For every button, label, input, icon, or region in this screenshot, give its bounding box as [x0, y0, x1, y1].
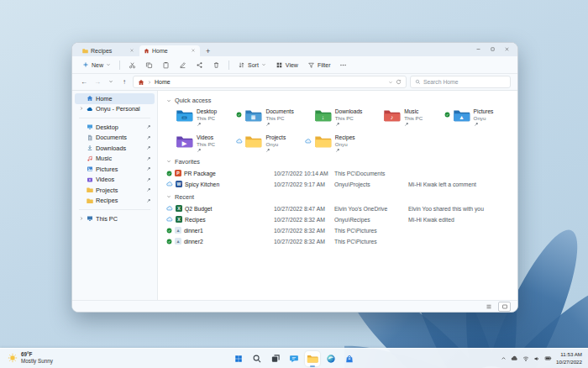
sidebar-item-home[interactable]: Home: [75, 93, 155, 104]
quick-access-tile-music[interactable]: ♪ Music This PC: [372, 107, 441, 129]
sidebar-item-onyu-personal[interactable]: Onyu - Personal: [75, 104, 155, 115]
navigation-pane: Home Onyu - Personal Desktop Documents D…: [72, 91, 158, 300]
file-activity: Mi-Hi Kwak left a comment: [408, 181, 509, 187]
paste-button[interactable]: [159, 60, 173, 71]
minimize-button[interactable]: [471, 44, 486, 55]
share-button[interactable]: [192, 60, 207, 71]
weather-widget[interactable]: 69°F Mostly Sunny: [8, 351, 53, 365]
taskbar-start-button[interactable]: [231, 351, 246, 366]
file-row-spicy-kitchen[interactable]: W Spicy Kitchen 10/27/2022 9:17 AM Onyu\…: [165, 179, 511, 190]
copy-button[interactable]: [142, 60, 156, 71]
file-row-pr-package[interactable]: P PR Package 10/27/2022 10:14 AM This PC…: [165, 168, 511, 179]
pin-icon: [265, 148, 270, 153]
forward-button[interactable]: →: [92, 78, 102, 86]
tile-location: Onyu: [335, 141, 355, 148]
file-row-recipes[interactable]: X Recipes 10/27/2022 8:32 AM Onyu\Recipe…: [165, 214, 511, 225]
thumbnail-view-button[interactable]: [498, 302, 511, 312]
file-date: 10/27/2022 8:47 AM: [274, 206, 334, 212]
desktop: Recipes Home + New: [0, 0, 588, 368]
file-location: This PC\Pictures: [334, 239, 408, 244]
file-row-q2-budget[interactable]: X Q2 Budget 10/27/2022 8:47 AM Elvin Yoo…: [165, 203, 511, 214]
quick-access-tile-desktop[interactable]: ▭ Desktop This PC: [165, 107, 234, 129]
recent-locations-button[interactable]: [106, 78, 116, 86]
quick-access-tile-documents[interactable]: ≣ Documents This PC: [234, 107, 302, 129]
new-tab-button[interactable]: +: [201, 47, 215, 56]
sidebar-item-recipes[interactable]: Recipes: [75, 196, 155, 207]
svg-text:≣: ≣: [251, 114, 256, 120]
wifi-icon[interactable]: [522, 355, 529, 362]
sort-button[interactable]: Sort: [234, 60, 270, 71]
tab-close-icon[interactable]: [191, 48, 196, 54]
taskbar-chat-button[interactable]: [286, 351, 302, 366]
taskbar-store-button[interactable]: [342, 351, 357, 366]
image-file-icon: ▲: [175, 227, 181, 234]
tab-close-icon[interactable]: [129, 48, 134, 54]
battery-icon[interactable]: [544, 355, 552, 362]
sidebar-item-desktop[interactable]: Desktop: [75, 122, 155, 133]
filter-button[interactable]: Filter: [304, 60, 334, 71]
quick-access-header[interactable]: Quick access: [166, 97, 511, 104]
new-button[interactable]: New: [79, 60, 114, 70]
address-bar[interactable]: Home: [133, 76, 407, 88]
tab-strip: Recipes Home +: [72, 43, 517, 56]
tab-label: Recipes: [91, 48, 127, 54]
onedrive-tray-icon[interactable]: [511, 355, 518, 362]
maximize-button[interactable]: [486, 44, 500, 55]
sidebar-item-downloads[interactable]: Downloads: [75, 143, 155, 154]
file-row-dinner1[interactable]: ▲ dinner1 10/27/2022 8:32 AM This PC\Pic…: [165, 225, 511, 236]
view-button[interactable]: View: [272, 60, 302, 71]
excel-file-icon: X: [176, 216, 182, 223]
search-input[interactable]: Search Home: [410, 76, 511, 88]
pin-icon: [146, 187, 151, 192]
rename-button[interactable]: [176, 60, 190, 71]
tile-name: Pictures: [474, 108, 494, 115]
sidebar-item-label: Pictures: [96, 166, 144, 173]
back-button[interactable]: ←: [79, 78, 89, 86]
refresh-icon[interactable]: [396, 79, 402, 85]
tab-recipes[interactable]: Recipes: [78, 45, 139, 56]
home-icon: [87, 95, 93, 102]
svg-text:♪: ♪: [391, 114, 394, 120]
downloads-folder-icon: ↓: [314, 108, 332, 123]
quick-access-tile-projects[interactable]: Projects Onyu: [234, 133, 302, 155]
pin-icon: [265, 122, 270, 127]
sidebar-item-this-pc[interactable]: This PC: [75, 213, 155, 224]
file-activity: Mi-Hi Kwak edited: [408, 217, 509, 223]
sidebar-item-videos[interactable]: Videos: [75, 175, 155, 186]
up-button[interactable]: ↑: [119, 78, 129, 86]
close-button[interactable]: [500, 44, 514, 55]
clock-date: 10/27/2022: [556, 359, 582, 365]
cloud-o-icon: [305, 138, 312, 145]
cut-button[interactable]: [125, 60, 139, 71]
documents-folder-icon: ≣: [244, 108, 262, 123]
favorites-header[interactable]: Favorites: [166, 158, 511, 166]
quick-access-tile-pictures[interactable]: ▲ Pictures Onyu: [442, 107, 511, 129]
quick-access-tile-recipes[interactable]: Recipes Onyu: [303, 133, 372, 155]
file-row-dinner2[interactable]: ▲ dinner2 10/27/2022 8:32 AM This PC\Pic…: [165, 236, 511, 247]
taskbar-edge-button[interactable]: [323, 351, 339, 366]
volume-icon[interactable]: [533, 355, 540, 362]
sidebar-item-music[interactable]: Music: [75, 154, 155, 165]
sidebar-item-pictures[interactable]: Pictures: [75, 164, 155, 175]
quick-access-tile-videos[interactable]: ▶ Videos This PC: [165, 133, 234, 155]
sidebar-item-label: Documents: [96, 134, 144, 141]
sidebar-item-documents[interactable]: Documents: [75, 133, 155, 144]
taskbar-task-view-button[interactable]: [268, 351, 283, 366]
delete-button[interactable]: [209, 60, 223, 71]
recent-header[interactable]: Recent: [166, 193, 511, 201]
file-name: dinner2: [184, 239, 203, 244]
address-dropdown-icon[interactable]: [388, 80, 393, 85]
sidebar-item-projects[interactable]: Projects: [75, 185, 155, 196]
tray-chevron-up-icon[interactable]: [501, 355, 507, 361]
quick-access-tile-downloads[interactable]: ↓ Downloads This PC: [303, 107, 372, 129]
chevron-down-icon: [166, 194, 171, 199]
tab-home[interactable]: Home: [139, 45, 200, 56]
clock-time: 11:53 AM: [556, 351, 582, 358]
taskbar-search-button[interactable]: [249, 351, 265, 366]
more-options-button[interactable]: [336, 60, 350, 71]
taskbar-file-explorer-button[interactable]: [305, 351, 320, 366]
details-view-button[interactable]: [483, 302, 494, 311]
file-name: Q2 Budget: [185, 206, 213, 212]
clock[interactable]: 11:53 AM 10/27/2022: [556, 351, 582, 365]
close-icon: [129, 48, 134, 53]
